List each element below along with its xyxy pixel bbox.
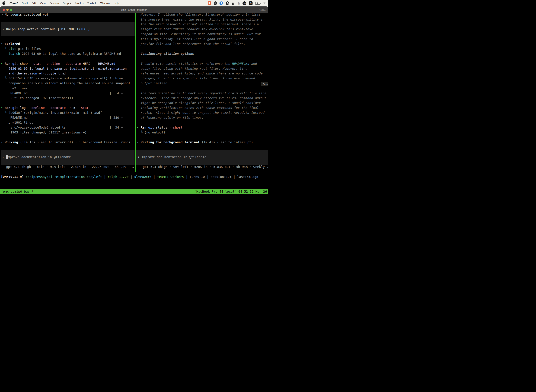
terminal-line: Considering citation options <box>137 51 194 56</box>
terminal-line: README.md | 4 + <box>1 91 123 96</box>
terminal-line: • Ran git status --short <box>137 125 182 130</box>
omx-status-line: [OMX#0.11.9] cczip/essay/ai-reimplementa… <box>1 174 258 179</box>
screen-capture-overlay[interactable]: Scre <box>261 82 268 86</box>
pane-bottom-border <box>0 172 268 172</box>
terminal-line: the "Related research writing" section i… <box>137 22 259 27</box>
screenshot-app-icon[interactable] <box>208 1 211 5</box>
terminal-line: evidence. Since this change only affects… <box>137 96 266 100</box>
terminal-line: However, I noticed the "Directory Struct… <box>137 13 261 17</box>
terminal-line: slight risk that future readers may over… <box>137 27 255 32</box>
terminal-line: companion analysis without altering the … <box>1 81 130 86</box>
window-title: omx --xhigh --madmax <box>0 6 268 13</box>
menu-item-help[interactable]: Help <box>112 2 121 5</box>
terminal-line: The team guideline is to back every impo… <box>137 91 266 96</box>
shield-keypad-icon[interactable] <box>214 1 217 5</box>
left-input-box[interactable]: › Improve documentation in @filename <box>1 150 134 165</box>
terminal-line: src/voice/voiceModeEnabled.ts | 54 + <box>1 125 123 130</box>
pane-divider[interactable] <box>135 13 136 172</box>
right-input-box-text: › Improve documentation in @filename <box>138 154 206 159</box>
terminal-line: provide file and line references from th… <box>137 42 245 46</box>
wifi-icon[interactable] <box>263 2 266 5</box>
terminal-line: └ No agents completed yet <box>1 13 48 17</box>
terminal-line: └ 4b9d30f (origin/main, instructkr/main,… <box>1 110 102 115</box>
disk-crescent-icon[interactable] <box>226 1 229 5</box>
menu-item-scripts[interactable]: Scripts <box>61 2 73 5</box>
screen-capture-overlay-label: Scre <box>263 83 268 85</box>
terminal-line: essay file, along with finding root file… <box>137 66 247 71</box>
apple-menu-icon[interactable] <box>2 2 5 5</box>
tmux-session-label[interactable]: [omx-cczip0:bash* <box>1 189 34 194</box>
menu-item-shell[interactable]: Shell <box>20 2 29 5</box>
terminal-line: └ List git ls-files <box>1 46 41 51</box>
keyboard-input-icon[interactable]: A <box>249 1 253 5</box>
terminal-line: of focusing solely on file lines. <box>137 115 203 120</box>
terminal-line: might be acceptable alongside the file l… <box>137 100 261 105</box>
terminal-line: gpt-5.4 xhigh · main · 91% left · 2.31M … <box>6 164 134 169</box>
right-pane[interactable]: However, I noticed the "Directory Struct… <box>136 13 268 172</box>
window-shortcut: ⌥⌘1 <box>259 6 266 13</box>
terminal-line: • Waiting for background terminal (1m 41… <box>137 140 253 145</box>
terminal-line: README.md | 280 + <box>1 115 123 120</box>
dots-grid-icon[interactable] <box>232 1 235 5</box>
menu-item-window[interactable]: Window <box>98 2 112 5</box>
left-pane[interactable]: └ No agents completed yet• Explored └ Li… <box>0 13 135 172</box>
menu-item-profiles[interactable]: Profiles <box>73 2 86 5</box>
terminal-line: └ (no output) <box>137 130 165 135</box>
inject-prompt-box-text: › Ralph loop active continue [OMX_TMUX_I… <box>2 27 90 32</box>
left-input-box-text: › Improve documentation in @filename <box>2 154 71 159</box>
menu-bar: iTerm2ShellEditViewSessionScriptsProfile… <box>0 0 268 6</box>
sync-bolt-icon[interactable] <box>220 1 223 5</box>
terminal-line: and-the-erosion-of-copyleft.md <box>1 71 66 76</box>
terminal-line: • Ran git show --stat --oneline --decora… <box>1 61 115 66</box>
menu-item-toolbelt[interactable]: Toolbelt <box>86 2 98 5</box>
terminal-line: the source tree, missing the essay. Stil… <box>137 17 264 22</box>
menubar-status-icons: § ..61 A <box>208 1 266 5</box>
terminal-line: changes, I can't cite specific file line… <box>137 76 255 81</box>
terminal-line: • Ran git log --oneline --decorate -n 5 … <box>1 105 89 110</box>
terminal-line: this single essay, it seems like a good … <box>137 37 253 42</box>
percent-badge-icon[interactable]: ..61 <box>243 1 246 5</box>
tmux-host-clock: "MacBook-Pro-44.local" 04:52 31-Mar-26 <box>195 189 267 194</box>
terminal-line: references need actual files, and since … <box>137 71 263 76</box>
menu-items: iTerm2ShellEditViewSessionScriptsProfile… <box>2 0 121 6</box>
terminal-line: gpt-5.4 xhigh · 96% left · 520K in · 5.8… <box>143 164 268 169</box>
battery-icon[interactable] <box>255 2 260 5</box>
menu-item-iterm2[interactable]: iTerm2 <box>8 2 20 5</box>
terminal-line: I could cite commit statistics or refere… <box>137 61 257 66</box>
inject-prompt-box[interactable]: › Ralph loop active continue [OMX_TMUX_I… <box>1 22 134 36</box>
terminal-line: companion file, especially if more comme… <box>137 32 261 37</box>
terminal-line: • Explored <box>1 42 20 46</box>
terminal-line: 2026-03-09-is-legal-the-same-as-legitima… <box>1 66 129 71</box>
menu-item-session[interactable]: Session <box>48 2 61 5</box>
terminal-line: review. Also, I might want to inspect th… <box>137 110 264 115</box>
menu-item-edit[interactable]: Edit <box>29 2 38 5</box>
terminal-line: … +1901 lines <box>1 120 33 125</box>
clip-tool-icon[interactable]: § <box>238 1 240 5</box>
terminal-line: • Working (11m 13s • esc to interrupt) ·… <box>1 140 132 145</box>
menu-item-view[interactable]: View <box>38 2 48 5</box>
terminal-line: 1903 files changed, 513517 insertions(+) <box>1 130 87 135</box>
terminal-line: including verification notes with those … <box>137 105 259 110</box>
terminal-line: └ 067f154 (HEAD -> essay/ai-reimplementa… <box>1 76 123 81</box>
window-titlebar-backdrop: omx --xhigh --madmax ⌥⌘1 <box>0 6 268 13</box>
screen: iTerm2ShellEditViewSessionScriptsProfile… <box>0 0 268 196</box>
terminal-line: output instead. <box>137 81 169 86</box>
right-input-box[interactable]: › Improve documentation in @filename <box>136 150 268 165</box>
terminal-line: Search 2026-03-09-is-legal-the-same-as-l… <box>1 51 121 56</box>
tmux-status-bar: [omx-cczip0:bash* "MacBook-Pro-44.local"… <box>0 189 268 194</box>
window-titlebar[interactable]: omx --xhigh --madmax ⌥⌘1 <box>0 6 268 13</box>
terminal-line: … +2 lines <box>1 86 28 91</box>
terminal-line: 2 files changed, 92 insertions(+) <box>1 96 73 100</box>
